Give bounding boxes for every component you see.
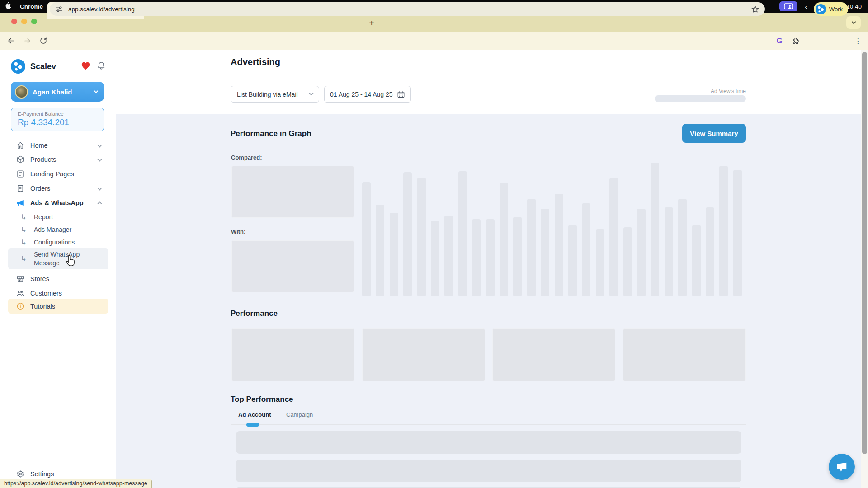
sidebar-item-landing-pages[interactable]: Landing Pages [8,167,108,181]
business-unit-select[interactable]: List Building via eMail [231,86,319,103]
sidebar-item-label: Ads & WhatsApp [30,199,84,206]
tabs-divider-line [231,424,746,425]
sidebar-item-label: Stores [30,275,49,282]
toolbar-divider [810,5,810,14]
performance-card-skeleton [492,328,615,381]
menubar-item-chrome[interactable]: Chrome [15,3,47,10]
chevron-down-icon [98,186,102,191]
graph-skeleton-bar [719,166,728,296]
page-title: Advertising [231,57,280,67]
chevron-down-icon [98,157,102,162]
url-text[interactable]: app.scalev.id/advertising [68,6,751,13]
sidebar-item-ads-whatsapp[interactable]: Ads & WhatsApp [8,196,108,210]
graph-skeleton-bar [472,219,481,296]
chrome-toolbar [0,32,868,50]
reload-icon [39,37,47,45]
profile-avatar [816,4,826,14]
graph-skeleton-bar [665,207,673,296]
status-link-text: https://app.scalev.id/advertising/send-w… [4,480,147,487]
subitem-arrow-icon: ↳ [19,213,28,221]
compared-skeleton-box [231,166,354,218]
grammarly-icon: G [776,37,782,46]
menubar-collapse-chevron[interactable]: ‹ [805,3,807,10]
site-settings-icon [55,5,63,13]
address-bar[interactable]: app.scalev.id/advertising [50,2,765,16]
status-bar-link-preview: https://app.scalev.id/advertising/send-w… [0,479,152,488]
subitem-arrow-icon: ↳ [19,254,28,263]
graph-skeleton-bar [678,199,687,296]
tab-ad-account[interactable]: Ad Account [238,411,271,418]
scrollbar-thumb[interactable] [862,52,867,454]
arrow-right-icon [23,37,32,45]
tab-search-button[interactable] [846,16,861,29]
sidebar-item-label: Send WhatsApp Message [34,250,88,267]
graph-skeleton-bar [733,170,742,296]
sidebar-subitem-report[interactable]: ↳ Report [8,210,108,224]
list-row-skeleton [236,460,741,482]
scalev-logo[interactable] [11,59,25,74]
apple-menu-icon[interactable] [0,2,15,11]
date-range-value: 01 Aug 25 - 14 Aug 25 [330,91,397,98]
profile-chip[interactable]: Work [814,2,848,16]
tab-campaign[interactable]: Campaign [286,411,313,418]
zoom-window-button[interactable] [31,19,37,24]
calendar-icon [397,90,405,99]
sidebar-item-stores[interactable]: Stores [8,272,108,286]
chevron-down-icon [94,89,99,93]
graph-skeleton-bar [390,213,398,296]
extensions-button[interactable] [790,36,801,47]
graph-skeleton-bar [403,172,412,296]
subitem-arrow-icon: ↳ [19,225,28,234]
sidebar-subitem-send-whatsapp-message[interactable]: ↳ Send WhatsApp Message [8,248,108,269]
apple-logo-icon [5,2,11,9]
graph-skeleton-bar [568,225,577,296]
compared-label: Compared: [231,154,262,161]
graph-skeleton-bar [596,229,604,296]
new-tab-button[interactable]: + [365,17,378,29]
epayment-balance-card[interactable]: E-Payment Balance Rp 4.334.201 [11,108,104,131]
back-button[interactable] [5,35,16,46]
view-summary-button[interactable]: View Summary [682,124,746,143]
cursor-pointer-hand [65,254,76,267]
minimize-window-button[interactable] [21,19,27,24]
notifications-bell-icon[interactable] [97,61,106,72]
user-account-dropdown[interactable]: Agan Khalid [11,82,104,102]
graph-skeleton-bar [513,217,522,296]
chevron-down-icon [98,143,102,148]
sidebar-header: Scalev [11,59,106,74]
reload-button[interactable] [38,35,49,46]
sidebar-item-label: Tutorials [30,303,55,310]
date-range-picker[interactable]: 01 Aug 25 - 14 Aug 25 [324,86,411,103]
sidebar-item-label: Configurations [34,238,75,247]
list-row-skeleton [236,431,741,454]
sidebar-item-label: Home [30,142,48,149]
sidebar-subitem-ads-manager[interactable]: ↳ Ads Manager [8,223,108,237]
megaphone-icon [16,199,24,207]
sidebar-item-label: Report [34,213,53,221]
sidebar-item-home[interactable]: Home [8,138,108,152]
sidebar-item-tutorials[interactable]: Tutorials [8,299,108,314]
screen-share-icon [784,3,793,9]
profile-name: Work [829,6,843,13]
graph-skeleton-bar [541,209,549,296]
favorites-heart-icon[interactable] [81,61,90,72]
browser-menu-button[interactable]: ⋮ [853,36,863,47]
screen-sharing-indicator[interactable] [779,1,797,11]
with-label: With: [231,228,245,235]
user-name: Agan Khalid [33,88,72,96]
graph-skeleton-bar [706,207,714,296]
bookmark-star-icon[interactable] [751,5,760,14]
close-window-button[interactable] [11,19,17,24]
document-icon [16,170,24,178]
forward-button[interactable] [22,35,33,46]
graph-skeleton-bar [500,183,508,296]
chat-widget-button[interactable] [829,454,855,480]
graph-skeleton-bar [486,219,495,296]
grammarly-extension-button[interactable]: G [774,36,785,47]
sidebar-item-orders[interactable]: Orders [8,181,108,195]
home-icon [16,141,24,150]
sidebar-subitem-configurations[interactable]: ↳ Configurations [8,235,108,249]
sidebar-item-products[interactable]: Products [8,152,108,166]
storefront-icon [16,275,24,283]
sidebar-item-customers[interactable]: Customers [8,286,108,300]
